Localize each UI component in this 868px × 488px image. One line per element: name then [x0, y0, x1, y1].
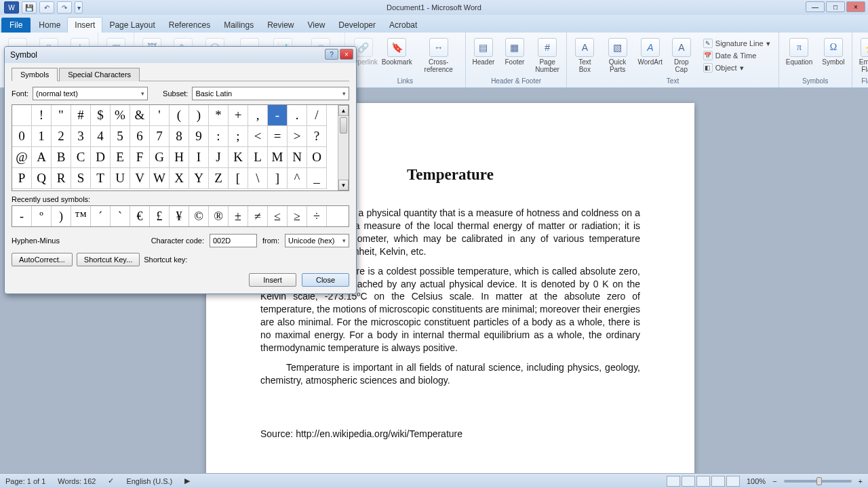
zoom-in-button[interactable]: +	[859, 477, 863, 485]
tab-acrobat[interactable]: Acrobat	[382, 18, 424, 33]
tab-developer[interactable]: Developer	[332, 18, 382, 33]
qat-menu-icon[interactable]: ▾	[75, 1, 83, 14]
recent-symbol-cell[interactable]: ≠	[248, 206, 268, 226]
symbol-cell[interactable]: F	[130, 147, 150, 168]
recent-symbol-cell[interactable]: )	[52, 206, 71, 226]
symbol-cell[interactable]: !	[32, 105, 52, 126]
symbol-cell[interactable]: E	[111, 147, 130, 168]
symbol-cell[interactable]: W	[150, 168, 170, 189]
undo-icon[interactable]: ↶	[39, 1, 54, 14]
dialog-close-x-button[interactable]: ×	[340, 49, 353, 60]
tab-insert[interactable]: Insert	[67, 17, 102, 33]
symbol-cell[interactable]: V	[130, 168, 150, 189]
symbol-cell[interactable]: A	[32, 147, 52, 168]
symbol-cell[interactable]: -	[268, 105, 288, 126]
symbol-cell[interactable]: 6	[130, 126, 150, 147]
symbol-cell[interactable]: '	[150, 105, 170, 126]
status-page[interactable]: Page: 1 of 1	[5, 477, 45, 485]
symbol-cell[interactable]: "	[52, 105, 71, 126]
symbol-cell[interactable]: 0	[12, 126, 32, 147]
recent-symbol-cell[interactable]: ≤	[268, 206, 288, 226]
symbol-cell[interactable]: ^	[288, 168, 307, 189]
redo-icon[interactable]: ↷	[57, 1, 72, 14]
equation-button[interactable]: πEquation	[785, 37, 814, 67]
symbol-cell[interactable]: =	[268, 126, 288, 147]
symbol-cell[interactable]: I	[189, 147, 209, 168]
symbol-cell[interactable]: ]	[268, 168, 288, 189]
maximize-button[interactable]: □	[826, 1, 845, 12]
dropcap-button[interactable]: ADrop Cap	[669, 37, 694, 75]
scroll-up-icon[interactable]: ▲	[338, 105, 349, 116]
symbol-cell[interactable]: 2	[52, 126, 71, 147]
symbol-cell[interactable]: #	[71, 105, 91, 126]
word-icon[interactable]: W	[4, 1, 19, 14]
symbol-cell[interactable]: ,	[248, 105, 268, 126]
draft-view-button[interactable]	[726, 476, 740, 487]
symbol-cell[interactable]: Q	[32, 168, 52, 189]
minimize-button[interactable]: —	[806, 1, 825, 12]
object-button[interactable]: ◧Object ▾	[701, 62, 773, 73]
symbol-cell[interactable]: .	[288, 105, 307, 126]
tab-symbols[interactable]: Symbols	[12, 68, 58, 81]
tab-view[interactable]: View	[301, 18, 332, 33]
symbol-cell[interactable]: O	[307, 147, 327, 168]
insert-button[interactable]: Insert	[249, 273, 296, 287]
symbol-cell[interactable]: _	[307, 168, 327, 189]
dialog-help-button[interactable]: ?	[325, 49, 338, 60]
symbol-cell[interactable]: C	[71, 147, 91, 168]
symbol-cell[interactable]: 8	[170, 126, 189, 147]
symbol-cell[interactable]: U	[111, 168, 130, 189]
tab-home[interactable]: Home	[32, 18, 67, 33]
file-tab[interactable]: File	[1, 18, 31, 33]
symbol-cell[interactable]: X	[170, 168, 189, 189]
quickparts-button[interactable]: ▧Quick Parts	[604, 37, 631, 75]
symbol-cell[interactable]: D	[91, 147, 111, 168]
symbol-cell[interactable]: S	[71, 168, 91, 189]
symbol-cell[interactable]: T	[91, 168, 111, 189]
signature-line-button[interactable]: ✎Signature Line ▾	[701, 38, 773, 49]
recent-symbol-cell[interactable]: ≥	[288, 206, 307, 226]
recent-symbol-cell[interactable]: -	[12, 206, 32, 226]
symbol-cell[interactable]: B	[52, 147, 71, 168]
symbol-cell[interactable]: ?	[307, 126, 327, 147]
symbol-cell[interactable]: Z	[209, 168, 229, 189]
scroll-thumb[interactable]	[340, 117, 347, 134]
symbol-cell[interactable]: P	[12, 168, 32, 189]
recent-symbol-cell[interactable]: ©	[189, 206, 209, 226]
zoom-level[interactable]: 100%	[747, 477, 766, 485]
tab-mailings[interactable]: Mailings	[217, 18, 260, 33]
zoom-slider[interactable]	[784, 480, 852, 483]
recent-symbol-cell[interactable]: `	[111, 206, 130, 226]
close-window-button[interactable]: ×	[846, 1, 865, 12]
recent-symbol-cell[interactable]: ÷	[307, 206, 327, 226]
wordart-button[interactable]: AWordArt	[638, 37, 663, 75]
autocorrect-button[interactable]: AutoCorrect...	[12, 253, 73, 266]
footer-button[interactable]: ▦Footer	[502, 37, 527, 75]
symbol-cell[interactable]: @	[12, 147, 32, 168]
symbol-cell[interactable]: G	[150, 147, 170, 168]
recent-symbol-cell[interactable]: ´	[91, 206, 111, 226]
symbol-cell[interactable]: %	[111, 105, 130, 126]
scroll-down-icon[interactable]: ▼	[338, 180, 349, 190]
symbol-cell[interactable]: ;	[229, 126, 248, 147]
tab-review[interactable]: Review	[260, 18, 300, 33]
symbol-cell[interactable]: <	[248, 126, 268, 147]
textbox-button[interactable]: AText Box	[572, 37, 597, 75]
symbol-cell[interactable]: K	[229, 147, 248, 168]
pagenum-button[interactable]: #Page Number	[534, 37, 561, 75]
crossref-button[interactable]: ↔Cross-reference	[418, 37, 460, 75]
recent-symbol-cell[interactable]: º	[32, 206, 52, 226]
grid-scrollbar[interactable]: ▲ ▼	[338, 105, 349, 190]
tab-references[interactable]: References	[162, 18, 217, 33]
symbol-cell[interactable]: *	[209, 105, 229, 126]
symbol-cell[interactable]: 9	[189, 126, 209, 147]
symbol-cell[interactable]: +	[229, 105, 248, 126]
symbol-cell[interactable]: )	[189, 105, 209, 126]
symbol-cell[interactable]: 4	[91, 126, 111, 147]
save-icon[interactable]: 💾	[22, 1, 37, 14]
header-button[interactable]: ▤Header	[471, 37, 496, 75]
symbol-cell[interactable]: Y	[189, 168, 209, 189]
full-screen-view-button[interactable]	[682, 476, 695, 487]
status-language[interactable]: English (U.S.)	[126, 477, 172, 485]
symbol-cell[interactable]	[12, 105, 32, 126]
